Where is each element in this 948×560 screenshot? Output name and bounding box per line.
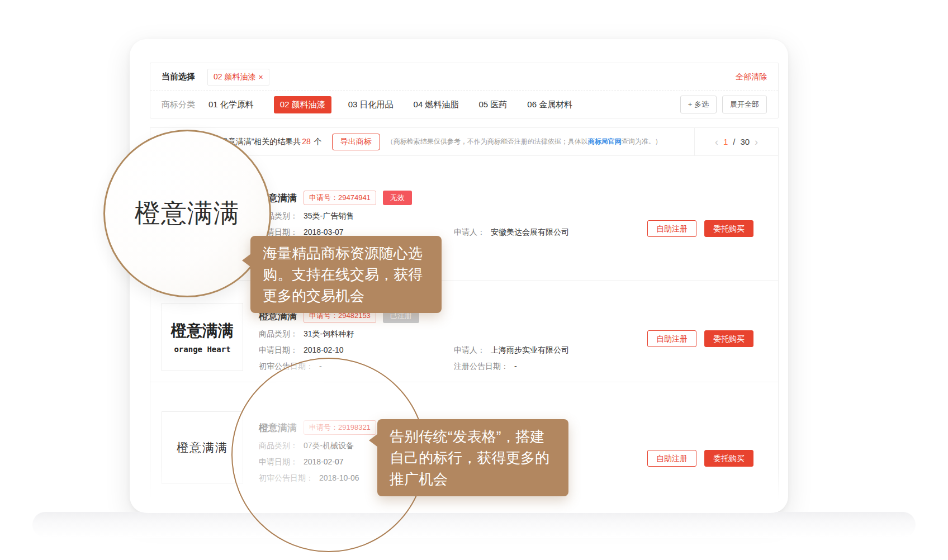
self-register-button[interactable]: 自助注册 [647, 330, 696, 347]
magnifier-trademark-text: 橙意满满 [135, 196, 240, 231]
field-value: 2018-02-07 [304, 457, 344, 466]
multi-select-button[interactable]: + 多选 [680, 96, 717, 113]
tooltip-line: 海量精品商标资源随心选 [263, 243, 429, 264]
current-selection-row: 当前选择 02 颜料油漆 × 全部清除 [150, 63, 778, 91]
disclaimer-text-end: 查询为准。） [622, 137, 662, 145]
field-value: 上海雨步实业有限公司 [491, 345, 569, 354]
field-value: 安徽美达会展有限公司 [491, 227, 569, 236]
thumbnail-en-text: orange Heart [174, 345, 230, 354]
field-value: 31类-饲料种籽 [304, 329, 354, 338]
application-number-pill: 申请号：29474941 [304, 191, 376, 205]
tooltip-arrow-icon [242, 254, 251, 267]
category-list: 01 化学原料 02 颜料油漆 03 日化用品 04 燃料油脂 05 医药 06… [208, 96, 592, 113]
category-item-01[interactable]: 01 化学原料 [208, 99, 254, 110]
entrust-purchase-button[interactable]: 委托购买 [704, 330, 753, 347]
category-item-05[interactable]: 05 医药 [478, 99, 507, 110]
prev-page-icon[interactable]: ‹ [715, 137, 718, 147]
page-separator: / [733, 137, 735, 146]
tooltip-line: 更多的交易机会 [263, 285, 429, 306]
magnifier-circle: 橙意满满 [103, 130, 271, 297]
trademark-thumbnail-3: 橙意满满 [162, 411, 243, 484]
category-item-06[interactable]: 06 金属材料 [527, 99, 572, 110]
field-label: 商品类别： [259, 329, 298, 338]
result-row-2: 橙意满满 orange Heart 橙意满满 申请号：29482153 已注册 … [150, 280, 778, 382]
field-label: 初审公告日期： [259, 473, 314, 482]
field-value: 35类-广告销售 [304, 211, 354, 220]
application-number-label: 申请号： [309, 423, 338, 431]
field-value: 2018-10-06 [319, 473, 359, 482]
field-value: 07类-机械设备 [304, 441, 354, 450]
selected-filter-tag-label: 02 颜料油漆 [214, 72, 255, 82]
field-label: 申请人： [454, 345, 485, 354]
trademark-office-link[interactable]: 商标局官网 [588, 137, 622, 145]
clear-all-button[interactable]: 全部清除 [736, 72, 767, 82]
current-page: 1 [723, 137, 728, 146]
tooltip-arrow-icon [369, 434, 378, 447]
entrust-purchase-button[interactable]: 委托购买 [704, 220, 753, 237]
application-number-pill: 申请号：29198321 [304, 420, 376, 435]
application-number-value: 29474941 [338, 193, 371, 202]
self-register-button[interactable]: 自助注册 [647, 220, 696, 237]
export-trademarks-button[interactable]: 导出商标 [332, 134, 380, 150]
field-label: 商品类别： [259, 441, 298, 450]
trademark-thumbnail-2: 橙意满满 orange Heart [162, 303, 243, 371]
self-register-button[interactable]: 自助注册 [647, 450, 696, 467]
current-selection-label: 当前选择 [162, 72, 195, 82]
field-value: 2018-03-07 [304, 227, 344, 236]
expand-all-button[interactable]: 展开全部 [722, 96, 767, 113]
application-number-value: 29198321 [338, 423, 371, 431]
page-total: 30 [740, 137, 750, 146]
category-filter-label: 商标分类 [162, 99, 195, 110]
tooltip-line: 推广机会 [390, 468, 556, 490]
pagination: ‹ 1 / 30 › [694, 128, 778, 155]
category-item-02[interactable]: 02 颜料油漆 [274, 96, 331, 113]
field-label: 申请人： [454, 227, 485, 236]
trademark-name: 橙意满满 [259, 421, 297, 434]
selected-filter-tag[interactable]: 02 颜料油漆 × [207, 69, 269, 86]
tooltip-promotion: 告别传统“发表格”，搭建 自己的标行，获得更多的 推广机会 [377, 419, 568, 496]
category-actions: + 多选 展开全部 [680, 96, 767, 113]
results-count: 28 [301, 137, 312, 146]
field-label: 申请日期： [259, 345, 298, 354]
status-badge: 无效 [383, 191, 412, 205]
field-label: 申请日期： [259, 457, 298, 466]
tooltip-line: 自己的标行，获得更多的 [390, 447, 556, 468]
results-count-unit: 个 [314, 137, 322, 146]
results-disclaimer: （商标检索结果仅供参考，不作为商标能否注册的法律依据；具体以商标局官网查询为准。… [387, 137, 662, 146]
tag-close-icon[interactable]: × [258, 73, 263, 82]
application-number-label: 申请号： [309, 193, 338, 202]
field-value: 2018-02-10 [304, 345, 344, 354]
tooltip-line: 购。支持在线交易，获得 [263, 264, 429, 285]
filter-card: 当前选择 02 颜料油漆 × 全部清除 商标分类 01 化学原料 02 颜料油漆… [150, 63, 779, 118]
thumbnail-cn-text: 橙意满满 [171, 320, 234, 341]
tooltip-marketplace: 海量精品商标资源随心选 购。支持在线交易，获得 更多的交易机会 [250, 236, 442, 313]
next-page-icon[interactable]: › [755, 137, 758, 147]
disclaimer-text-start: （商标检索结果仅供参考，不作为商标能否注册的法律依据；具体以 [387, 137, 588, 145]
row-actions-3: 自助注册 委托购买 [647, 450, 753, 467]
category-row: 商标分类 01 化学原料 02 颜料油漆 03 日化用品 04 燃料油脂 05 … [150, 91, 778, 118]
tooltip-line: 告别传统“发表格”，搭建 [390, 426, 556, 447]
category-item-04[interactable]: 04 燃料油脂 [414, 99, 459, 110]
row-actions-2: 自助注册 委托购买 [647, 330, 753, 347]
mockup-base [32, 512, 916, 538]
field-label: 初审公告日期： [259, 362, 314, 371]
entrust-purchase-button[interactable]: 委托购买 [704, 450, 753, 467]
category-item-03[interactable]: 03 日化用品 [348, 99, 394, 110]
row-actions-1: 自助注册 委托购买 [647, 220, 753, 237]
field-value: - [319, 362, 322, 371]
thumbnail-cn-text: 橙意满满 [177, 440, 228, 455]
field-value: - [514, 362, 517, 371]
field-label: 注册公告日期： [454, 362, 509, 371]
